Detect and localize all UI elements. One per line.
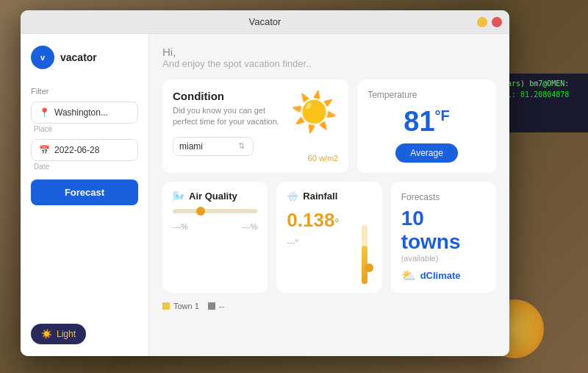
air-quality-title: 🌬️ Air Quality <box>173 191 257 202</box>
rainfall-title: 🌧️ Rainfall <box>287 191 349 202</box>
title-bar: Vacator <box>21 10 509 34</box>
rain-icon: 🌧️ <box>287 191 298 202</box>
logo-text: vacator <box>60 51 97 63</box>
rainfall-unit: ° <box>334 217 339 229</box>
rainfall-left: 🌧️ Rainfall 0.138° ---° <box>287 191 349 284</box>
date-sub: Date <box>31 163 138 171</box>
dclimate-icon: ⛅ <box>401 269 416 283</box>
minimize-button[interactable] <box>477 17 487 27</box>
window-controls <box>477 17 502 27</box>
large-sun-icon: ☀️ <box>290 90 338 135</box>
air-quality-icon: 🌬️ <box>173 191 184 202</box>
legend-dot-2 <box>208 302 215 310</box>
rainfall-bar-container <box>357 191 372 284</box>
sun-theme-icon: ☀️ <box>41 329 52 339</box>
greeting-hi: Hi, <box>162 46 496 58</box>
terminal-line-1: (mars) bm7@OMEN: <box>498 78 582 89</box>
rainfall-label: Rainfall <box>303 191 337 202</box>
pin-icon: 📍 <box>39 107 50 118</box>
place-value: Washington... <box>54 107 130 118</box>
dclimate-badge[interactable]: ⛅ dClimate <box>401 269 486 283</box>
air-stat-1: ---% <box>173 222 188 231</box>
logo-area: v vacator <box>31 46 138 69</box>
air-quality-stats: ---% ---% <box>173 222 257 231</box>
app-body: v vacator Filter 📍 Washington... Place 📅… <box>21 34 509 356</box>
legend-item-1: Town 1 <box>162 302 199 310</box>
search-arrows-icon: ⇅ <box>238 141 245 151</box>
sidebar-spacer <box>31 205 138 324</box>
temperature-value: 81°F <box>404 106 450 138</box>
bottom-cards: 🌬️ Air Quality ---% ---% 🌧️ <box>162 182 496 293</box>
filter-label: Filter <box>31 87 138 96</box>
place-sub: Place <box>31 125 138 133</box>
legend-label-2: -- <box>219 302 224 310</box>
temperature-card: Temperature 81°F Average <box>357 79 496 173</box>
main-content: Hi, And enjoy the spot vacation finder..… <box>149 34 509 356</box>
rainfall-number: 0.138 <box>287 209 334 231</box>
theme-label: Light <box>57 329 76 339</box>
legend-dot-1 <box>162 302 170 310</box>
forecasts-available: (available) <box>401 254 486 263</box>
calendar-icon: 📅 <box>39 145 50 155</box>
forecast-button[interactable]: Forecast <box>31 180 138 205</box>
condition-search[interactable]: ⇅ <box>173 137 254 156</box>
air-quality-bar <box>173 209 257 213</box>
average-button[interactable]: Average <box>395 143 457 163</box>
rainfall-bar-track <box>362 225 368 284</box>
window-title: Vacator <box>249 16 282 27</box>
app-window: Vacator v vacator Filter 📍 Washington...… <box>21 10 509 356</box>
date-value: 2022-06-28 <box>54 145 130 155</box>
rainfall-stat: ---° <box>287 238 349 246</box>
greeting: Hi, And enjoy the spot vacation finder.. <box>162 46 496 69</box>
air-quality-indicator <box>196 207 205 216</box>
solar-label: 60 w/m2 <box>308 154 339 163</box>
city-search-input[interactable] <box>179 141 238 152</box>
date-filter[interactable]: 📅 2022-06-28 <box>31 139 138 161</box>
rainfall-card: 🌧️ Rainfall 0.138° ---° <box>276 182 381 293</box>
legend-label-1: Town 1 <box>173 302 199 310</box>
rainfall-value: 0.138° <box>287 209 349 232</box>
condition-desc: Did you know you can get perfect time fo… <box>173 105 290 128</box>
temp-unit: °F <box>435 107 450 124</box>
terminal-line-2: qml: 81.20804878 <box>498 89 582 100</box>
bottom-legend: Town 1 -- <box>162 299 496 313</box>
sidebar: v vacator Filter 📍 Washington... Place 📅… <box>21 34 149 356</box>
temperature-title: Temperature <box>368 90 417 100</box>
forecasts-card: Forecasts 10 towns (available) ⛅ dClimat… <box>391 182 496 293</box>
forecasts-count: 10 towns <box>401 207 486 254</box>
dclimate-label: dClimate <box>420 270 461 281</box>
air-quality-label: Air Quality <box>189 191 237 202</box>
air-quality-card: 🌬️ Air Quality ---% ---% <box>162 182 268 293</box>
forecasts-title: Forecasts <box>401 192 486 202</box>
place-filter[interactable]: 📍 Washington... <box>31 102 138 124</box>
top-cards: Condition Did you know you can get perfe… <box>162 79 496 173</box>
greeting-sub: And enjoy the spot vacation finder.. <box>162 58 496 69</box>
rainfall-indicator <box>365 263 373 272</box>
temp-number: 81 <box>404 106 434 137</box>
air-stat-2: ---% <box>243 222 258 231</box>
logo-icon: v <box>31 46 54 69</box>
condition-card: Condition Did you know you can get perfe… <box>162 79 348 173</box>
legend-item-2: -- <box>208 302 224 310</box>
close-button[interactable] <box>492 17 502 27</box>
theme-toggle-button[interactable]: ☀️ Light <box>31 324 86 344</box>
